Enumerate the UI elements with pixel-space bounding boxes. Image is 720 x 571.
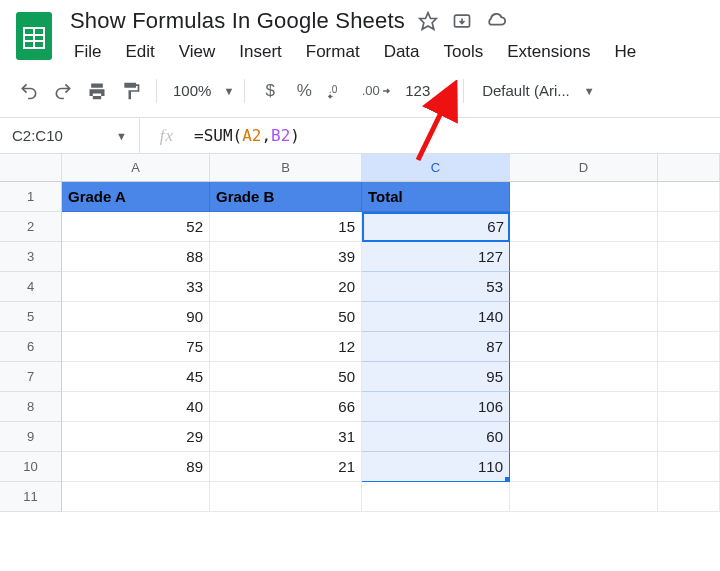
cell[interactable]: 87 <box>362 332 510 362</box>
cell[interactable] <box>510 362 658 392</box>
font-dropdown[interactable]: Default (Ari...▼ <box>474 82 594 99</box>
row-header[interactable]: 3 <box>0 242 62 272</box>
menu-view[interactable]: View <box>175 40 220 64</box>
sheets-logo[interactable] <box>12 8 56 64</box>
cell[interactable] <box>510 272 658 302</box>
col-header-e[interactable] <box>658 154 720 182</box>
cell[interactable] <box>658 182 720 212</box>
cell[interactable]: 50 <box>210 362 362 392</box>
cell[interactable] <box>510 182 658 212</box>
col-header-c[interactable]: C <box>362 154 510 182</box>
col-header-d[interactable]: D <box>510 154 658 182</box>
row-header[interactable]: 2 <box>0 212 62 242</box>
cell[interactable]: 20 <box>210 272 362 302</box>
star-icon[interactable] <box>417 10 439 32</box>
menu-format[interactable]: Format <box>302 40 364 64</box>
row-header[interactable]: 10 <box>0 452 62 482</box>
cell[interactable] <box>658 482 720 512</box>
cell[interactable]: 40 <box>62 392 210 422</box>
cell[interactable] <box>362 482 510 512</box>
number-format-dropdown[interactable]: 123▼ <box>399 82 453 99</box>
row-header[interactable]: 8 <box>0 392 62 422</box>
cell[interactable]: 67 <box>362 212 510 242</box>
print-button[interactable] <box>82 76 112 106</box>
select-all-corner[interactable] <box>0 154 62 182</box>
zoom-dropdown[interactable]: 100%▼ <box>167 82 234 99</box>
row-header[interactable]: 6 <box>0 332 62 362</box>
cell[interactable] <box>658 392 720 422</box>
menu-tools[interactable]: Tools <box>440 40 488 64</box>
currency-button[interactable]: $ <box>255 76 285 106</box>
row-header[interactable]: 5 <box>0 302 62 332</box>
row-header[interactable]: 1 <box>0 182 62 212</box>
menu-edit[interactable]: Edit <box>121 40 158 64</box>
menu-insert[interactable]: Insert <box>235 40 286 64</box>
cell[interactable] <box>510 212 658 242</box>
cell[interactable]: 106 <box>362 392 510 422</box>
cell[interactable]: 33 <box>62 272 210 302</box>
row-header[interactable]: 7 <box>0 362 62 392</box>
menu-extensions[interactable]: Extensions <box>503 40 594 64</box>
name-box[interactable]: C2:C10 ▼ <box>0 118 140 153</box>
col-header-a[interactable]: A <box>62 154 210 182</box>
spreadsheet-grid[interactable]: A B C D 1 Grade A Grade B Total 2521567 … <box>0 154 720 512</box>
cell[interactable] <box>658 332 720 362</box>
cell[interactable]: 29 <box>62 422 210 452</box>
cell[interactable]: 88 <box>62 242 210 272</box>
formula-input[interactable]: =SUM(A2,B2) <box>194 126 300 145</box>
cell[interactable] <box>658 272 720 302</box>
cell[interactable]: 31 <box>210 422 362 452</box>
cell[interactable] <box>510 422 658 452</box>
cell[interactable]: 90 <box>62 302 210 332</box>
increase-decimal-button[interactable]: .00 <box>357 76 395 106</box>
cell[interactable] <box>210 482 362 512</box>
cell[interactable]: 127 <box>362 242 510 272</box>
undo-button[interactable] <box>14 76 44 106</box>
cell[interactable] <box>510 392 658 422</box>
cell[interactable]: 75 <box>62 332 210 362</box>
cell[interactable] <box>62 482 210 512</box>
menu-file[interactable]: File <box>70 40 105 64</box>
cell[interactable]: 50 <box>210 302 362 332</box>
cell[interactable]: 39 <box>210 242 362 272</box>
cell[interactable] <box>658 302 720 332</box>
cell[interactable]: Grade A <box>62 182 210 212</box>
cell[interactable] <box>658 212 720 242</box>
row-header[interactable]: 4 <box>0 272 62 302</box>
paint-format-button[interactable] <box>116 76 146 106</box>
cell[interactable]: 53 <box>362 272 510 302</box>
cell[interactable] <box>510 242 658 272</box>
cell[interactable]: Total <box>362 182 510 212</box>
cell[interactable]: 12 <box>210 332 362 362</box>
cell[interactable]: 66 <box>210 392 362 422</box>
cell[interactable]: 15 <box>210 212 362 242</box>
row-header[interactable]: 9 <box>0 422 62 452</box>
row-header[interactable]: 11 <box>0 482 62 512</box>
cell[interactable]: 45 <box>62 362 210 392</box>
cell[interactable]: 110 <box>362 452 510 482</box>
percent-button[interactable]: % <box>289 76 319 106</box>
cell[interactable] <box>658 452 720 482</box>
cell[interactable]: 89 <box>62 452 210 482</box>
cell[interactable] <box>658 242 720 272</box>
cell[interactable] <box>510 332 658 362</box>
decrease-decimal-button[interactable]: .0 <box>323 76 353 106</box>
cell[interactable] <box>510 482 658 512</box>
redo-button[interactable] <box>48 76 78 106</box>
col-header-b[interactable]: B <box>210 154 362 182</box>
cell[interactable]: 140 <box>362 302 510 332</box>
menu-data[interactable]: Data <box>380 40 424 64</box>
cell[interactable]: Grade B <box>210 182 362 212</box>
cell[interactable]: 21 <box>210 452 362 482</box>
cell[interactable] <box>510 302 658 332</box>
cell[interactable]: 60 <box>362 422 510 452</box>
move-icon[interactable] <box>451 10 473 32</box>
cell[interactable]: 52 <box>62 212 210 242</box>
cell[interactable] <box>658 362 720 392</box>
menu-help[interactable]: He <box>610 40 640 64</box>
cell[interactable]: 95 <box>362 362 510 392</box>
cell[interactable] <box>658 422 720 452</box>
cell[interactable] <box>510 452 658 482</box>
doc-title[interactable]: Show Formulas In Google Sheets <box>70 8 405 34</box>
cloud-status-icon[interactable] <box>485 10 507 32</box>
